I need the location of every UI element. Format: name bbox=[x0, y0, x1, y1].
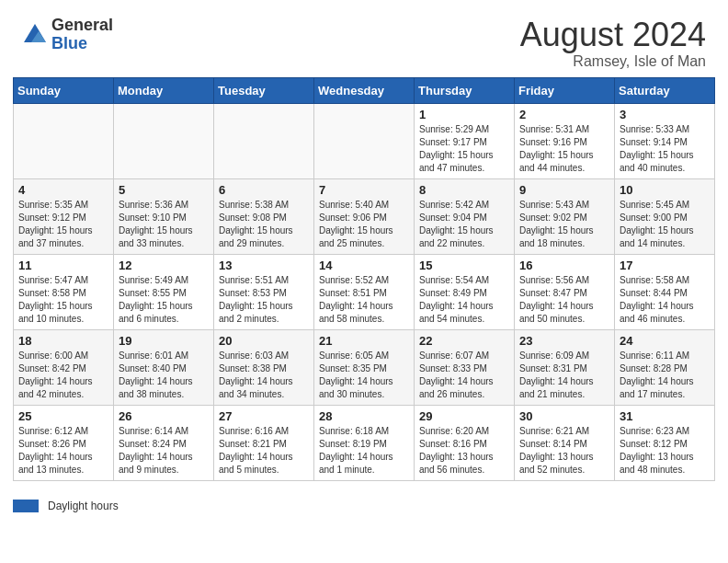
day-info: Sunrise: 6:07 AM Sunset: 8:33 PM Dayligh… bbox=[419, 350, 509, 401]
title-area: August 2024 Ramsey, Isle of Man bbox=[520, 17, 706, 70]
calendar-cell: 3Sunrise: 5:33 AM Sunset: 9:14 PM Daylig… bbox=[615, 103, 715, 178]
calendar-week-row: 4Sunrise: 5:35 AM Sunset: 9:12 PM Daylig… bbox=[14, 178, 715, 254]
calendar-cell: 9Sunrise: 5:43 AM Sunset: 9:02 PM Daylig… bbox=[515, 178, 615, 254]
day-number: 11 bbox=[18, 259, 108, 272]
calendar-cell bbox=[214, 103, 314, 178]
day-info: Sunrise: 6:03 AM Sunset: 8:38 PM Dayligh… bbox=[219, 350, 309, 401]
calendar-cell: 27Sunrise: 6:16 AM Sunset: 8:21 PM Dayli… bbox=[214, 405, 314, 480]
day-info: Sunrise: 6:16 AM Sunset: 8:21 PM Dayligh… bbox=[219, 425, 309, 477]
calendar-header-tuesday: Tuesday bbox=[214, 77, 314, 103]
calendar-cell: 11Sunrise: 5:47 AM Sunset: 8:58 PM Dayli… bbox=[14, 254, 114, 329]
calendar-cell: 23Sunrise: 6:09 AM Sunset: 8:31 PM Dayli… bbox=[515, 329, 615, 405]
day-info: Sunrise: 6:00 AM Sunset: 8:42 PM Dayligh… bbox=[18, 350, 108, 401]
calendar-cell: 25Sunrise: 6:12 AM Sunset: 8:26 PM Dayli… bbox=[14, 405, 114, 480]
day-number: 12 bbox=[119, 259, 209, 272]
day-number: 15 bbox=[419, 259, 509, 272]
calendar-cell: 6Sunrise: 5:38 AM Sunset: 9:08 PM Daylig… bbox=[214, 178, 314, 254]
day-number: 31 bbox=[620, 409, 710, 423]
day-info: Sunrise: 6:21 AM Sunset: 8:14 PM Dayligh… bbox=[519, 425, 609, 477]
day-number: 16 bbox=[519, 259, 609, 272]
day-info: Sunrise: 5:58 AM Sunset: 8:44 PM Dayligh… bbox=[620, 274, 710, 326]
calendar-header-wednesday: Wednesday bbox=[314, 77, 415, 103]
day-number: 13 bbox=[219, 259, 309, 272]
calendar-cell: 26Sunrise: 6:14 AM Sunset: 8:24 PM Dayli… bbox=[114, 405, 214, 480]
day-number: 30 bbox=[519, 409, 609, 423]
day-number: 3 bbox=[620, 108, 710, 121]
day-info: Sunrise: 6:18 AM Sunset: 8:19 PM Dayligh… bbox=[319, 425, 409, 477]
calendar-week-row: 25Sunrise: 6:12 AM Sunset: 8:26 PM Dayli… bbox=[14, 405, 715, 480]
calendar-cell: 12Sunrise: 5:49 AM Sunset: 8:55 PM Dayli… bbox=[114, 254, 214, 329]
calendar-container: SundayMondayTuesdayWednesdayThursdayFrid… bbox=[0, 77, 728, 494]
day-info: Sunrise: 5:49 AM Sunset: 8:55 PM Dayligh… bbox=[119, 274, 209, 326]
day-number: 27 bbox=[219, 409, 309, 423]
day-info: Sunrise: 6:01 AM Sunset: 8:40 PM Dayligh… bbox=[119, 350, 209, 401]
calendar-cell: 15Sunrise: 5:54 AM Sunset: 8:49 PM Dayli… bbox=[415, 254, 515, 329]
day-number: 6 bbox=[219, 183, 309, 197]
day-number: 29 bbox=[419, 409, 509, 423]
day-info: Sunrise: 6:23 AM Sunset: 8:12 PM Dayligh… bbox=[620, 425, 710, 477]
logo-blue: Blue bbox=[51, 35, 113, 53]
day-info: Sunrise: 5:29 AM Sunset: 9:17 PM Dayligh… bbox=[419, 123, 509, 175]
day-number: 24 bbox=[620, 334, 710, 348]
day-number: 28 bbox=[319, 409, 409, 423]
calendar-cell: 4Sunrise: 5:35 AM Sunset: 9:12 PM Daylig… bbox=[14, 178, 114, 254]
day-number: 25 bbox=[18, 409, 108, 423]
daylight-swatch bbox=[13, 500, 39, 512]
day-number: 1 bbox=[419, 108, 509, 121]
day-info: Sunrise: 6:05 AM Sunset: 8:35 PM Dayligh… bbox=[319, 350, 409, 401]
day-number: 5 bbox=[119, 183, 209, 197]
month-year: August 2024 bbox=[520, 17, 706, 53]
day-number: 20 bbox=[219, 334, 309, 348]
location: Ramsey, Isle of Man bbox=[520, 53, 706, 70]
day-info: Sunrise: 5:35 AM Sunset: 9:12 PM Dayligh… bbox=[18, 199, 108, 250]
calendar-cell: 18Sunrise: 6:00 AM Sunset: 8:42 PM Dayli… bbox=[14, 329, 114, 405]
footer: Daylight hours bbox=[0, 494, 728, 516]
calendar-header-row: SundayMondayTuesdayWednesdayThursdayFrid… bbox=[14, 77, 715, 103]
day-info: Sunrise: 5:38 AM Sunset: 9:08 PM Dayligh… bbox=[219, 199, 309, 250]
day-info: Sunrise: 6:09 AM Sunset: 8:31 PM Dayligh… bbox=[519, 350, 609, 401]
calendar-cell bbox=[114, 103, 214, 178]
calendar-cell: 10Sunrise: 5:45 AM Sunset: 9:00 PM Dayli… bbox=[615, 178, 715, 254]
calendar-cell: 30Sunrise: 6:21 AM Sunset: 8:14 PM Dayli… bbox=[515, 405, 615, 480]
calendar-cell: 22Sunrise: 6:07 AM Sunset: 8:33 PM Dayli… bbox=[415, 329, 515, 405]
calendar-cell: 8Sunrise: 5:42 AM Sunset: 9:04 PM Daylig… bbox=[415, 178, 515, 254]
calendar-header-thursday: Thursday bbox=[415, 77, 515, 103]
day-info: Sunrise: 6:20 AM Sunset: 8:16 PM Dayligh… bbox=[419, 425, 509, 477]
calendar-cell: 1Sunrise: 5:29 AM Sunset: 9:17 PM Daylig… bbox=[415, 103, 515, 178]
day-info: Sunrise: 5:45 AM Sunset: 9:00 PM Dayligh… bbox=[620, 199, 710, 250]
day-info: Sunrise: 5:42 AM Sunset: 9:04 PM Dayligh… bbox=[419, 199, 509, 250]
day-info: Sunrise: 5:33 AM Sunset: 9:14 PM Dayligh… bbox=[620, 123, 710, 175]
logo-general: General bbox=[51, 17, 113, 35]
day-number: 19 bbox=[119, 334, 209, 348]
day-number: 22 bbox=[419, 334, 509, 348]
calendar-cell: 31Sunrise: 6:23 AM Sunset: 8:12 PM Dayli… bbox=[615, 405, 715, 480]
calendar-table: SundayMondayTuesdayWednesdayThursdayFrid… bbox=[13, 77, 715, 481]
day-info: Sunrise: 5:54 AM Sunset: 8:49 PM Dayligh… bbox=[419, 274, 509, 326]
header: General Blue August 2024 Ramsey, Isle of… bbox=[0, 0, 728, 77]
logo-icon bbox=[22, 22, 48, 48]
calendar-week-row: 18Sunrise: 6:00 AM Sunset: 8:42 PM Dayli… bbox=[14, 329, 715, 405]
day-info: Sunrise: 5:40 AM Sunset: 9:06 PM Dayligh… bbox=[319, 199, 409, 250]
day-info: Sunrise: 6:14 AM Sunset: 8:24 PM Dayligh… bbox=[119, 425, 209, 477]
day-number: 2 bbox=[519, 108, 609, 121]
calendar-cell: 16Sunrise: 5:56 AM Sunset: 8:47 PM Dayli… bbox=[515, 254, 615, 329]
logo: General Blue bbox=[22, 17, 113, 53]
calendar-week-row: 11Sunrise: 5:47 AM Sunset: 8:58 PM Dayli… bbox=[14, 254, 715, 329]
day-number: 18 bbox=[18, 334, 108, 348]
day-info: Sunrise: 5:47 AM Sunset: 8:58 PM Dayligh… bbox=[18, 274, 108, 326]
calendar-cell: 13Sunrise: 5:51 AM Sunset: 8:53 PM Dayli… bbox=[214, 254, 314, 329]
logo-text: General Blue bbox=[51, 17, 113, 53]
day-info: Sunrise: 5:43 AM Sunset: 9:02 PM Dayligh… bbox=[519, 199, 609, 250]
day-number: 21 bbox=[319, 334, 409, 348]
calendar-cell: 17Sunrise: 5:58 AM Sunset: 8:44 PM Dayli… bbox=[615, 254, 715, 329]
daylight-label: Daylight hours bbox=[48, 500, 119, 512]
calendar-cell: 2Sunrise: 5:31 AM Sunset: 9:16 PM Daylig… bbox=[515, 103, 615, 178]
day-info: Sunrise: 5:51 AM Sunset: 8:53 PM Dayligh… bbox=[219, 274, 309, 326]
calendar-cell: 24Sunrise: 6:11 AM Sunset: 8:28 PM Dayli… bbox=[615, 329, 715, 405]
day-info: Sunrise: 5:52 AM Sunset: 8:51 PM Dayligh… bbox=[319, 274, 409, 326]
calendar-header-saturday: Saturday bbox=[615, 77, 715, 103]
calendar-week-row: 1Sunrise: 5:29 AM Sunset: 9:17 PM Daylig… bbox=[14, 103, 715, 178]
calendar-cell: 5Sunrise: 5:36 AM Sunset: 9:10 PM Daylig… bbox=[114, 178, 214, 254]
calendar-cell: 21Sunrise: 6:05 AM Sunset: 8:35 PM Dayli… bbox=[314, 329, 415, 405]
day-number: 9 bbox=[519, 183, 609, 197]
